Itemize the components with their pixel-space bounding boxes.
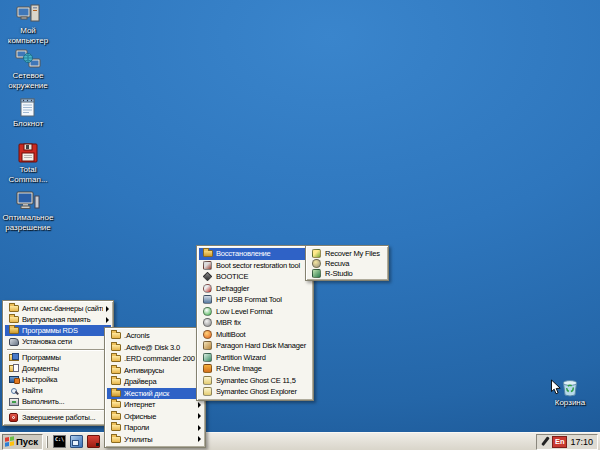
start-button[interactable]: Пуск [2,434,43,450]
menu-item-defraggler[interactable]: Defraggler [199,283,311,295]
menu-item-recover-my-files[interactable]: Recover My Files [308,248,386,258]
menu-item-multiboot[interactable]: MultiBoot [199,329,311,341]
menu-item-partition-wizard[interactable]: Partition Wizard [199,352,311,364]
taskbar: Пуск En 17:10 [0,432,600,450]
menu-item-hp-usb-format[interactable]: HP USB Format Tool [199,294,311,306]
desktop-icon-label: Корзина [555,398,585,408]
my-computer-icon [15,3,41,25]
menu-item-label: Настройка [20,375,103,384]
menu-item-label: Partition Wizard [214,353,309,362]
menu-item-programs-rds[interactable]: Программы RDS [5,325,111,336]
folder-icon [111,344,121,351]
menu-item-recovery[interactable]: Восстановление [199,248,311,260]
menu-item-label: MBR fix [214,318,309,327]
menu-item-recuva[interactable]: Recuva [308,258,386,268]
menu-item-label: Интернет [122,400,195,409]
menu-item-anti-sms-banners[interactable]: Анти смс-баннеры (сайты) [5,303,111,314]
desktop-icon-my-computer[interactable]: Мой компьютер [1,3,55,45]
menu-item-virtual-memory[interactable]: Виртуальная память [5,314,111,325]
menu-item-label: Жесткий диск [122,389,195,398]
programs-rds-submenu: .Acronis .Active@ Disk 3.0 .ERD commande… [104,327,206,448]
menu-item-internet[interactable]: Интернет [107,399,203,411]
documents-icon [9,365,19,372]
desktop-icon-total-commander[interactable]: Total Comman... [1,142,55,184]
defraggler-icon [203,284,212,293]
r-drive-image-icon [203,364,212,373]
mouse-cursor [550,379,562,396]
menu-item-label: Найти [20,386,103,395]
menu-item-label: R-Drive Image [214,364,309,373]
menu-item-acronis[interactable]: .Acronis [107,330,203,342]
show-desktop-icon[interactable] [70,435,83,448]
menu-item-ghost-explorer[interactable]: Symantec Ghost Explorer [199,386,311,398]
bootice-icon [203,272,213,282]
start-menu: Анти смс-баннеры (сайты) Виртуальная пам… [2,300,114,426]
run-icon [9,398,19,406]
programs-icon [9,354,19,361]
menu-item-boot-sector-tool[interactable]: Boot sector restoration tool [199,260,311,272]
desktop-icon-notepad[interactable]: Блокнот [1,96,55,129]
recover-my-files-icon [312,249,321,258]
settings-icon [9,376,19,383]
menu-item-ghost-ce[interactable]: Symantec Ghost CE 11,5 [199,375,311,387]
menu-item-drivers[interactable]: Драйвера [107,376,203,388]
menu-item-paragon[interactable]: Paragon Hard Disk Manager [199,340,311,352]
menu-item-label: Recuva [323,259,384,268]
folder-icon [111,424,121,431]
folder-icon [111,413,121,420]
menu-item-label: Антивирусы [122,366,195,375]
folder-icon [9,316,19,323]
menu-item-label: Программы [20,353,103,362]
boot-sector-tool-icon [203,261,212,270]
desktop-icon-network-places[interactable]: Сетевое окружение [1,48,55,90]
menu-item-bootice[interactable]: BOOTICE [199,271,311,283]
submenu-arrow-icon [106,317,109,323]
recuva-icon [312,259,321,268]
menu-item-r-drive-image[interactable]: R-Drive Image [199,363,311,375]
menu-item-active-disk[interactable]: .Active@ Disk 3.0 [107,342,203,354]
toolbar-grip[interactable] [46,436,48,448]
menu-item-antiviruses[interactable]: Антивирусы [107,365,203,377]
mbr-fix-icon [203,318,212,327]
clock[interactable]: 17:10 [570,437,593,447]
start-button-label: Пуск [16,436,38,447]
red-app-icon[interactable] [87,435,100,448]
menu-item-label: Восстановление [214,249,303,258]
menu-item-label: Symantec Ghost CE 11,5 [214,376,309,385]
menu-item-label: Виртуальная память [20,315,103,324]
menu-item-settings[interactable]: Настройка [5,374,111,385]
total-commander-icon [15,142,41,164]
menu-item-label: Документы [20,364,103,373]
menu-item-shutdown[interactable]: Завершение работы... [5,412,111,423]
menu-item-mbr-fix[interactable]: MBR fix [199,317,311,329]
command-prompt-icon[interactable] [53,435,66,448]
menu-separator [7,349,109,350]
menu-item-network-setup[interactable]: Установка сети [5,336,111,347]
tray-pen-icon[interactable] [541,436,549,447]
menu-item-run[interactable]: Выполнить... [5,396,111,407]
menu-item-label: Symantec Ghost Explorer [214,387,309,396]
menu-item-hard-disk[interactable]: Жесткий диск [107,388,203,400]
search-icon [11,388,17,394]
menu-item-label: Завершение работы... [20,413,109,422]
menu-item-label: Boot sector restoration tool [214,261,309,270]
multiboot-icon [203,330,212,339]
folder-open-icon [9,327,19,334]
folder-open-icon [111,390,121,397]
menu-item-office[interactable]: Офисные [107,411,203,423]
menu-item-documents[interactable]: Документы [5,363,111,374]
language-indicator[interactable]: En [552,436,568,448]
menu-item-find[interactable]: Найти [5,385,111,396]
menu-item-r-studio[interactable]: R-Studio [308,268,386,278]
menu-item-label: .Active@ Disk 3.0 [122,343,195,352]
menu-item-programs[interactable]: Программы [5,352,111,363]
desktop-icon-display-resolution[interactable]: Оптимальное разрешение [1,190,55,232]
notepad-icon [15,96,41,118]
submenu-arrow-icon [106,306,109,312]
menu-separator [7,409,109,410]
submenu-arrow-icon [198,425,201,431]
menu-item-utilities[interactable]: Утилиты [107,434,203,446]
menu-item-passwords[interactable]: Пароли [107,422,203,434]
menu-item-erd-commander[interactable]: .ERD commander 2005 [107,353,203,365]
menu-item-low-level-format[interactable]: Low Level Format [199,306,311,318]
